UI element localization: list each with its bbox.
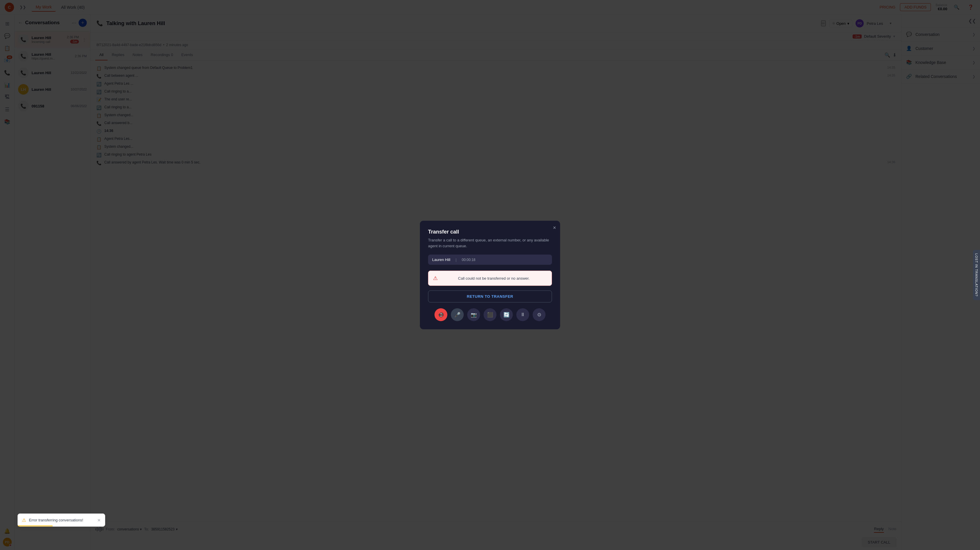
caller-time: 00:00:18 xyxy=(462,258,476,262)
error-box: ⚠ Call could not be transferred or no an… xyxy=(428,271,490,275)
modal-description: Transfer a call to a different queue, an… xyxy=(428,237,490,249)
transfer-call-modal: × Transfer call Transfer a call to a dif… xyxy=(420,221,490,275)
modal-title: Transfer call xyxy=(428,229,490,235)
caller-name: Lauren Hill xyxy=(432,257,450,262)
caller-separator: | xyxy=(455,258,457,262)
modal-caller-bar: Lauren Hill | 00:00:18 xyxy=(428,255,490,265)
modal-overlay: × Transfer call Transfer a call to a dif… xyxy=(0,0,490,275)
